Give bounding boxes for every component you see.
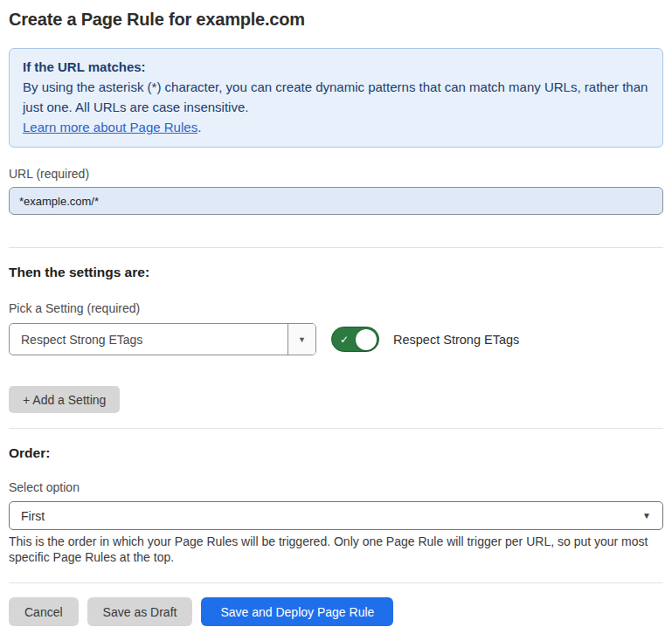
toggle-knob: [356, 329, 377, 350]
dropdown-arrow-icon[interactable]: ▼: [288, 324, 315, 355]
save-deploy-button[interactable]: Save and Deploy Page Rule: [201, 597, 393, 626]
section-divider: [9, 247, 663, 248]
section-divider: [9, 428, 663, 429]
order-select-value: First: [10, 509, 631, 523]
link-suffix: .: [197, 120, 201, 134]
order-select[interactable]: First ▼: [9, 501, 663, 530]
url-match-info-box: If the URL matches: By using the asteris…: [9, 48, 663, 148]
page-title: Create a Page Rule for example.com: [9, 9, 663, 30]
select-option-label: Select option: [9, 480, 663, 494]
info-box-link-line: Learn more about Page Rules.: [23, 117, 649, 137]
setting-select-value: Respect Strong ETags: [10, 333, 288, 347]
add-setting-button[interactable]: + Add a Setting: [9, 386, 120, 413]
check-icon: ✓: [340, 334, 349, 345]
cancel-button[interactable]: Cancel: [9, 597, 79, 626]
url-input[interactable]: [9, 187, 663, 215]
toggle-label: Respect Strong ETags: [393, 333, 519, 347]
pick-setting-label: Pick a Setting (required): [9, 301, 663, 315]
info-box-body: By using the asterisk (*) character, you…: [23, 77, 649, 117]
save-draft-button[interactable]: Save as Draft: [87, 597, 193, 626]
respect-strong-etags-toggle[interactable]: ✓: [331, 327, 379, 352]
chevron-down-icon: ▼: [631, 511, 662, 520]
section-divider: [9, 582, 663, 583]
settings-heading: Then the settings are:: [9, 265, 663, 280]
order-heading: Order:: [9, 445, 663, 461]
order-help-text: This is the order in which your Page Rul…: [9, 534, 663, 565]
setting-row: Respect Strong ETags ▼ ✓ Respect Strong …: [9, 323, 663, 355]
action-button-row: Cancel Save as Draft Save and Deploy Pag…: [9, 597, 663, 626]
setting-select[interactable]: Respect Strong ETags ▼: [9, 323, 316, 355]
learn-more-link[interactable]: Learn more about Page Rules: [23, 120, 197, 134]
info-box-heading: If the URL matches:: [23, 57, 649, 77]
create-page-rule-form: Create a Page Rule for example.com If th…: [9, 9, 663, 626]
url-label: URL (required): [9, 167, 663, 181]
